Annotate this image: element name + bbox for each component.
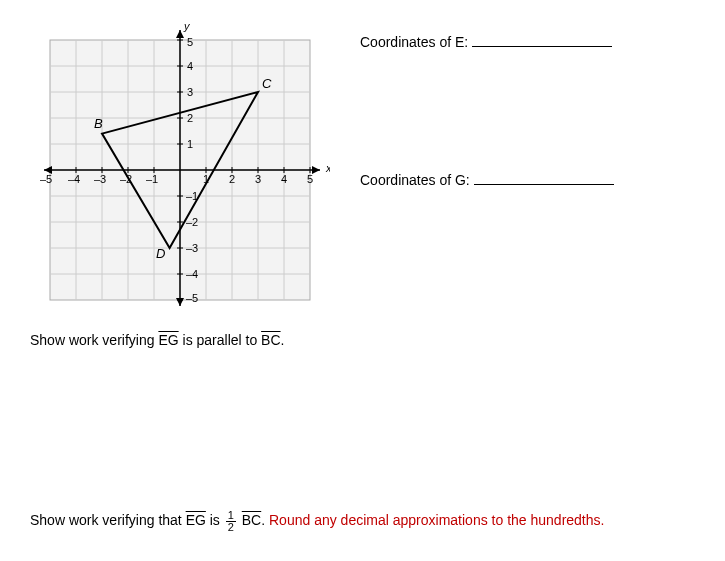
coord-g-blank[interactable] xyxy=(474,170,614,185)
svg-text:3: 3 xyxy=(255,173,261,185)
coordinate-graph: –5 –4 –3 –2 –1 1 2 3 4 5 1 2 3 4 5 –1 –2 xyxy=(30,20,330,320)
fraction-one-half: 12 xyxy=(226,510,236,533)
coord-g-label: Coordinates of G: xyxy=(360,172,470,188)
verify-len-text-post1: . xyxy=(261,512,269,528)
segment-bc: BC xyxy=(261,332,280,348)
svg-text:2: 2 xyxy=(229,173,235,185)
svg-text:4: 4 xyxy=(281,173,287,185)
verify-len-text-mid: is xyxy=(206,512,224,528)
svg-text:–1: –1 xyxy=(146,173,158,185)
svg-marker-24 xyxy=(176,298,184,306)
svg-text:2: 2 xyxy=(187,112,193,124)
svg-text:5: 5 xyxy=(307,173,313,185)
svg-text:–3: –3 xyxy=(94,173,106,185)
svg-text:1: 1 xyxy=(187,138,193,150)
svg-marker-23 xyxy=(176,30,184,38)
fraction-denominator: 2 xyxy=(226,522,236,533)
verify-parallel-text-post: . xyxy=(281,332,285,348)
coord-e-blank[interactable] xyxy=(472,32,612,47)
rounding-instruction: Round any decimal approximations to the … xyxy=(269,512,604,528)
svg-text:–5: –5 xyxy=(40,173,52,185)
svg-text:3: 3 xyxy=(187,86,193,98)
coord-e-label: Coordinates of E: xyxy=(360,34,468,50)
segment-eg: EG xyxy=(158,332,178,348)
svg-text:B: B xyxy=(94,116,103,131)
segment-bc-2: BC xyxy=(242,512,261,528)
svg-text:5: 5 xyxy=(187,36,193,48)
svg-text:D: D xyxy=(156,246,165,261)
svg-text:4: 4 xyxy=(187,60,193,72)
verify-len-text-pre: Show work verifying that xyxy=(30,512,186,528)
svg-text:y: y xyxy=(183,20,191,32)
verify-parallel-text-mid: is parallel to xyxy=(179,332,261,348)
svg-text:–4: –4 xyxy=(68,173,80,185)
svg-text:C: C xyxy=(262,76,272,91)
verify-parallel-text-pre: Show work verifying xyxy=(30,332,158,348)
svg-text:–3: –3 xyxy=(186,242,198,254)
verify-length-prompt: Show work verifying that EG is 12 BC. Ro… xyxy=(30,510,695,533)
svg-text:–5: –5 xyxy=(186,292,198,304)
verify-parallel-prompt: Show work verifying EG is parallel to BC… xyxy=(30,332,695,348)
segment-eg-2: EG xyxy=(186,512,206,528)
svg-marker-21 xyxy=(312,166,320,174)
svg-text:–4: –4 xyxy=(186,268,198,280)
